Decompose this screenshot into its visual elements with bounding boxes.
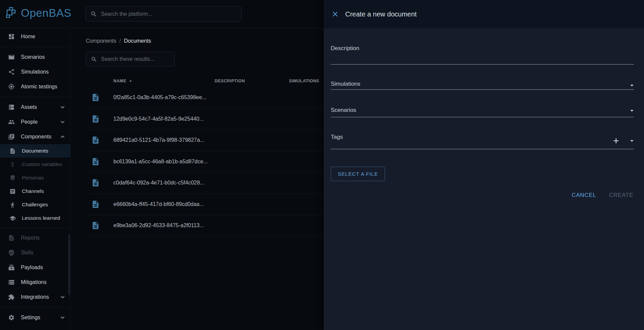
chevron-up-icon xyxy=(59,133,66,140)
sidebar-item-label: Scenarios xyxy=(21,54,45,60)
drawer-title: Create a new document xyxy=(345,10,417,18)
description-field[interactable]: Description xyxy=(331,45,634,52)
sidebar-item-assets[interactable]: Assets xyxy=(0,100,70,115)
simulations-label: Simulations xyxy=(331,81,634,87)
sidebar-item-label: Atomic testings xyxy=(21,84,57,90)
breadcrumb-components[interactable]: Components xyxy=(86,38,116,44)
select-file-button[interactable]: SELECT A FILE xyxy=(331,167,385,181)
drawer-body: Description Simulations Scenarios Tags S… xyxy=(324,28,644,330)
scenarios-dropdown-icon[interactable] xyxy=(628,107,636,115)
sidebar-item-integrations[interactable]: Integrations xyxy=(0,290,70,304)
sidebar-item-label: Integrations xyxy=(21,294,49,300)
people-icon xyxy=(8,119,15,125)
openbas-logo-icon xyxy=(3,6,18,20)
sidebar-item-label: Simulations xyxy=(21,69,49,75)
target-icon xyxy=(8,83,15,90)
graduation-icon xyxy=(9,215,16,221)
close-icon xyxy=(331,10,339,18)
document-name: e9be3a06-2d92-4533-8475-a2f0113... xyxy=(113,222,215,229)
dollar-icon xyxy=(9,161,16,168)
simulations-underline xyxy=(331,89,634,90)
newspaper-icon xyxy=(9,188,16,195)
sidebar-item-payloads[interactable]: Payloads xyxy=(0,260,70,275)
tags-underline xyxy=(331,149,634,149)
tags-select[interactable]: Tags xyxy=(331,134,634,140)
sidebar-item-label: Components xyxy=(21,134,51,140)
create-button[interactable]: CREATE xyxy=(609,192,633,199)
shield-check-icon xyxy=(8,249,15,256)
column-header-name[interactable]: NAME xyxy=(113,78,215,84)
document-icon xyxy=(9,148,16,154)
sidebar-item-settings[interactable]: Settings xyxy=(0,310,70,325)
gear-icon xyxy=(8,314,15,321)
sidebar-item-label: Documents xyxy=(22,148,48,154)
document-name: c0daf64c-092a-4e71-b0dc-c5f4c028... xyxy=(113,180,215,186)
sidebar-item-label: Lessons learned xyxy=(22,215,60,221)
sidebar-divider xyxy=(0,228,70,228)
sidebar-item-custom-variables: Custom variables xyxy=(0,158,70,171)
openbas-logo[interactable]: OpenBAS xyxy=(3,6,71,20)
sidebar: HomeScenariosSimulationsAtomic testingsA… xyxy=(0,29,71,330)
document-icon xyxy=(91,200,100,209)
scenarios-select[interactable]: Scenarios xyxy=(331,107,634,114)
add-tag-icon[interactable] xyxy=(612,136,620,145)
scenarios-label: Scenarios xyxy=(331,107,634,114)
search-icon xyxy=(91,11,97,17)
sidebar-item-people[interactable]: People xyxy=(0,115,70,129)
document-icon xyxy=(91,93,100,102)
sidebar-item-scenarios[interactable]: Scenarios xyxy=(0,50,70,65)
sidebar-item-label: Settings xyxy=(21,315,40,321)
document-name: 689421a0-5121-4b7a-9f98-379827a... xyxy=(113,137,215,143)
column-header-description[interactable]: DESCRIPTION xyxy=(215,79,289,83)
search-icon xyxy=(91,56,97,63)
movie-icon xyxy=(8,54,15,60)
breadcrumb-separator: / xyxy=(119,38,121,44)
chevron-down-icon xyxy=(59,118,66,126)
sidebar-scrollbar[interactable] xyxy=(68,234,70,295)
sidebar-divider xyxy=(0,47,70,47)
tags-label: Tags xyxy=(331,134,634,140)
sidebar-item-label: Skills xyxy=(21,250,33,256)
scenarios-underline xyxy=(331,117,634,117)
hub-icon xyxy=(8,69,15,75)
sidebar-item-label: People xyxy=(21,119,38,125)
sidebar-item-label: Personas xyxy=(22,175,44,181)
sidebar-item-label: Home xyxy=(21,34,35,40)
sidebar-item-label: Mitigations xyxy=(21,279,46,285)
servers-icon xyxy=(8,104,15,111)
sidebar-item-atomic-testings[interactable]: Atomic testings xyxy=(0,79,70,94)
sidebar-item-label: Custom variables xyxy=(22,161,62,167)
sidebar-item-personas: Personas xyxy=(0,171,70,184)
puzzle-icon xyxy=(8,294,15,300)
results-search-input[interactable] xyxy=(101,56,171,62)
sidebar-item-label: Assets xyxy=(21,104,37,110)
simulations-select[interactable]: Simulations xyxy=(331,81,634,87)
sidebar-divider xyxy=(0,97,70,97)
simulations-dropdown-icon[interactable] xyxy=(628,81,636,89)
sidebar-item-home[interactable]: Home xyxy=(0,29,70,44)
sidebar-item-lessons-learned[interactable]: Lessons learned xyxy=(0,211,70,225)
document-icon xyxy=(91,115,100,123)
document-icon xyxy=(91,221,100,230)
sidebar-item-components[interactable]: Components xyxy=(0,129,70,144)
tags-dropdown-icon[interactable] xyxy=(628,137,636,145)
sidebar-item-channels[interactable]: Channels xyxy=(0,184,70,198)
logo-text: OpenBAS xyxy=(21,7,71,19)
mask-icon xyxy=(9,175,16,181)
chevron-down-icon xyxy=(59,314,66,321)
sidebar-item-challenges[interactable]: Challenges xyxy=(0,198,70,211)
document-name: e6660b4a-ff45-417d-bf60-89cd0daa... xyxy=(113,201,215,207)
sidebar-item-mitigations[interactable]: Mitigations xyxy=(0,275,70,290)
chevron-down-icon xyxy=(59,293,66,301)
platform-search-input[interactable] xyxy=(101,11,237,17)
document-icon xyxy=(91,178,100,187)
description-underline xyxy=(331,64,634,65)
document-icon xyxy=(91,136,100,145)
storage-icon xyxy=(8,279,15,286)
document-name: 0f2a85c1-0a3b-4405-a79c-c65398ee... xyxy=(113,94,215,100)
close-drawer-button[interactable] xyxy=(329,8,341,20)
sidebar-item-documents[interactable]: Documents xyxy=(0,144,70,158)
library-icon xyxy=(8,133,15,140)
cancel-button[interactable]: CANCEL xyxy=(572,192,596,199)
sidebar-item-simulations[interactable]: Simulations xyxy=(0,65,70,79)
